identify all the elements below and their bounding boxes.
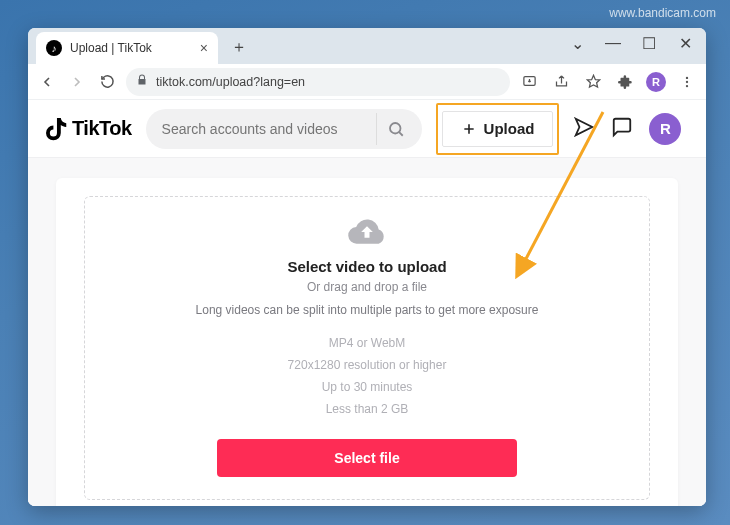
inbox-icon[interactable] <box>611 116 633 142</box>
lock-icon <box>136 74 148 89</box>
user-avatar[interactable]: R <box>649 113 681 145</box>
dropzone-note: Long videos can be split into multiple p… <box>196 303 539 317</box>
select-file-button[interactable]: Select file <box>217 439 517 477</box>
window-close-icon[interactable]: ✕ <box>676 34 694 53</box>
window-chevron-icon[interactable]: ⌄ <box>568 34 586 53</box>
browser-window: ♪ Upload | TikTok × ＋ ⌄ — ☐ ✕ tiktok.com… <box>28 28 706 506</box>
nav-forward-button <box>66 71 88 93</box>
send-plane-icon[interactable] <box>573 116 595 142</box>
toolbar-right: R <box>518 71 698 93</box>
extensions-icon[interactable] <box>614 71 636 93</box>
browser-tab-active[interactable]: ♪ Upload | TikTok × <box>36 32 218 64</box>
browser-toolbar: tiktok.com/upload?lang=en R <box>28 64 706 100</box>
window-minimize-icon[interactable]: — <box>604 34 622 52</box>
share-icon[interactable] <box>550 71 572 93</box>
install-app-icon[interactable] <box>518 71 540 93</box>
tiktok-header: TikTok Upload R <box>28 100 706 158</box>
tiktok-logo-text: TikTok <box>72 117 132 140</box>
tab-close-icon[interactable]: × <box>200 40 208 56</box>
dropzone-subtitle: Or drag and drop a file <box>307 280 427 294</box>
spec-line: 720x1280 resolution or higher <box>288 358 447 372</box>
tab-title: Upload | TikTok <box>70 41 192 55</box>
upload-highlight: Upload <box>436 103 560 155</box>
cloud-upload-icon <box>347 217 387 251</box>
svg-point-2 <box>686 76 688 78</box>
window-maximize-icon[interactable]: ☐ <box>640 34 658 53</box>
spec-line: Less than 2 GB <box>288 402 447 416</box>
upload-card: Select video to upload Or drag and drop … <box>56 178 678 506</box>
spec-line: Up to 30 minutes <box>288 380 447 394</box>
url-text: tiktok.com/upload?lang=en <box>156 75 305 89</box>
profile-avatar-icon[interactable]: R <box>646 72 666 92</box>
upload-dropzone[interactable]: Select video to upload Or drag and drop … <box>84 196 650 500</box>
new-tab-button[interactable]: ＋ <box>228 36 250 58</box>
search-icon[interactable] <box>376 113 416 145</box>
bookmark-star-icon[interactable] <box>582 71 604 93</box>
browser-tabstrip: ♪ Upload | TikTok × ＋ ⌄ — ☐ ✕ <box>28 28 706 64</box>
svg-marker-1 <box>587 75 600 87</box>
plus-icon <box>461 121 477 137</box>
tiktok-logo[interactable]: TikTok <box>44 116 132 142</box>
dropzone-title: Select video to upload <box>287 258 446 275</box>
spec-line: MP4 or WebM <box>288 336 447 350</box>
search-input[interactable] <box>162 121 376 137</box>
tiktok-note-icon <box>44 116 68 142</box>
svg-point-3 <box>686 80 688 82</box>
page-content: TikTok Upload R <box>28 100 706 506</box>
header-actions: R <box>573 113 681 145</box>
nav-back-button[interactable] <box>36 71 58 93</box>
search-bar[interactable] <box>146 109 422 149</box>
svg-point-5 <box>390 123 401 134</box>
recorder-watermark: www.bandicam.com <box>609 6 716 20</box>
upload-button-label: Upload <box>484 120 535 137</box>
tiktok-favicon-icon: ♪ <box>46 40 62 56</box>
svg-line-6 <box>399 132 403 136</box>
svg-point-4 <box>686 84 688 86</box>
address-bar[interactable]: tiktok.com/upload?lang=en <box>126 68 510 96</box>
upload-button[interactable]: Upload <box>442 111 554 147</box>
upload-canvas: Select video to upload Or drag and drop … <box>28 158 706 506</box>
kebab-menu-icon[interactable] <box>676 71 698 93</box>
upload-specs: MP4 or WebM 720x1280 resolution or highe… <box>288 336 447 416</box>
nav-reload-button[interactable] <box>96 71 118 93</box>
